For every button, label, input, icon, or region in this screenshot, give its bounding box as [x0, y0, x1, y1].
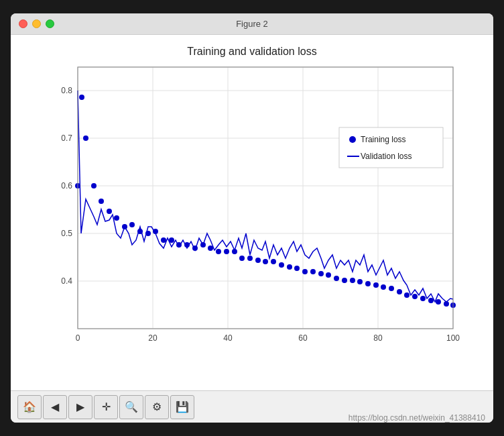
legend-training-label: Training loss	[361, 135, 406, 144]
svg-text:0.5: 0.5	[61, 229, 72, 238]
svg-point-39	[192, 246, 198, 251]
svg-point-63	[381, 284, 386, 290]
svg-point-46	[247, 256, 253, 261]
svg-text:20: 20	[148, 333, 158, 343]
svg-point-53	[302, 269, 308, 274]
chart-svg: 0.8 0.7 0.6 0.5 0.4 0 20 40 60 80 100	[38, 60, 466, 356]
watermark: https://blog.csdn.net/weixin_41388410	[0, 411, 493, 425]
legend-training-icon	[349, 136, 356, 143]
svg-point-27	[99, 199, 104, 204]
svg-text:0.7: 0.7	[61, 133, 72, 143]
svg-point-52	[294, 266, 300, 271]
svg-text:100: 100	[446, 333, 460, 343]
svg-point-51	[287, 264, 292, 270]
chart-container: 0.8 0.7 0.6 0.5 0.4 0 20 40 60 80 100	[38, 60, 466, 356]
svg-point-44	[232, 249, 237, 254]
chart-title: Training and validation loss	[187, 46, 316, 58]
close-button[interactable]	[19, 19, 27, 28]
svg-point-64	[389, 286, 394, 291]
svg-point-56	[326, 272, 331, 278]
svg-point-67	[412, 294, 418, 299]
svg-point-37	[176, 242, 182, 248]
svg-rect-73	[339, 127, 443, 168]
svg-text:0.8: 0.8	[61, 86, 72, 95]
svg-point-40	[200, 242, 206, 248]
svg-point-36	[169, 237, 174, 243]
svg-point-50	[279, 262, 284, 268]
svg-text:40: 40	[223, 333, 233, 343]
svg-point-34	[153, 229, 158, 234]
svg-point-26	[91, 183, 97, 188]
svg-point-45	[239, 256, 245, 261]
svg-point-66	[404, 292, 410, 298]
svg-point-32	[137, 229, 143, 234]
svg-text:60: 60	[298, 333, 308, 343]
svg-point-71	[444, 301, 449, 307]
svg-point-55	[318, 271, 324, 276]
svg-point-60	[357, 279, 363, 284]
svg-rect-0	[78, 67, 453, 329]
svg-text:0.4: 0.4	[61, 276, 72, 286]
legend-validation-label: Validation loss	[361, 152, 412, 161]
svg-point-30	[122, 224, 127, 229]
svg-point-35	[161, 237, 166, 243]
svg-point-41	[208, 246, 213, 251]
window-title: Figure 2	[236, 19, 268, 29]
svg-point-70	[436, 299, 441, 305]
svg-point-61	[365, 281, 371, 286]
minimize-button[interactable]	[32, 19, 41, 28]
svg-point-28	[107, 209, 112, 214]
svg-point-42	[216, 249, 221, 254]
svg-text:0: 0	[76, 333, 80, 343]
svg-point-69	[428, 298, 434, 303]
svg-point-54	[310, 269, 316, 274]
svg-point-48	[263, 259, 268, 264]
svg-text:0.6: 0.6	[61, 181, 72, 190]
svg-point-43	[224, 249, 229, 254]
maximize-button[interactable]	[46, 19, 54, 28]
svg-point-49	[271, 259, 276, 264]
svg-point-58	[342, 278, 347, 283]
window-controls	[19, 19, 54, 28]
svg-text:80: 80	[373, 333, 383, 343]
chart-area: Training and validation loss	[11, 35, 493, 390]
svg-point-47	[255, 258, 261, 263]
svg-point-68	[420, 296, 426, 301]
svg-point-57	[334, 276, 339, 281]
svg-point-31	[129, 222, 135, 227]
svg-point-62	[373, 282, 379, 288]
svg-point-25	[83, 135, 88, 141]
title-bar: Figure 2	[11, 13, 493, 35]
svg-point-29	[114, 215, 119, 221]
svg-point-38	[184, 242, 190, 248]
svg-point-33	[145, 231, 151, 236]
app-window: Figure 2 Training and validation loss	[11, 13, 493, 423]
svg-point-65	[397, 289, 402, 294]
svg-point-24	[79, 95, 84, 100]
svg-point-59	[350, 278, 355, 283]
